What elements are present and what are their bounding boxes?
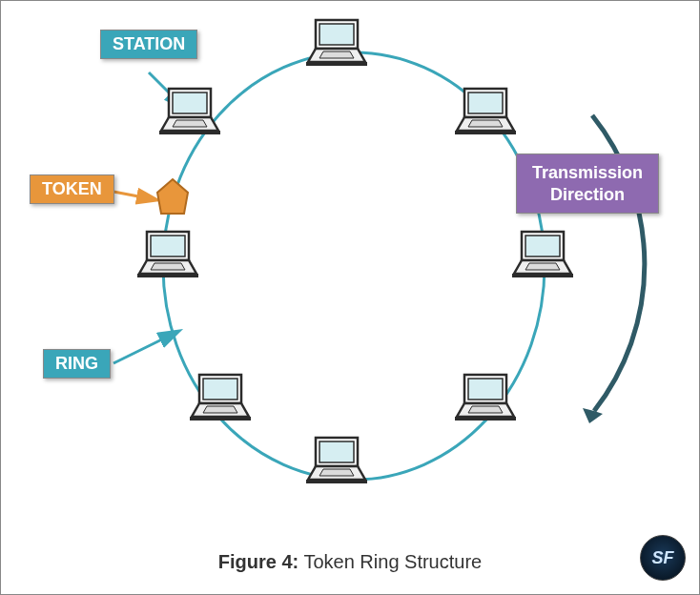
station-icon [137,232,198,277]
sf-logo-text: SF [651,548,673,568]
transmission-label: Transmission Direction [516,154,659,214]
station-icon [455,375,516,421]
token-shape [157,179,188,214]
station-icon [512,232,573,277]
figure-caption: Figure 4: Token Ring Structure [1,551,699,573]
transmission-label-line1: Transmission [530,162,645,184]
figure-caption-text: Token Ring Structure [299,551,482,572]
token-label: TOKEN [30,174,114,204]
ring-pointer [113,333,175,363]
sf-logo: SF [640,535,686,581]
station-icon [455,89,516,134]
ring-label: RING [43,349,111,379]
station-label: STATION [100,30,197,59]
diagram-frame: STATION TOKEN RING Transmission Directio… [0,0,700,595]
transmission-label-line2: Direction [530,184,645,206]
station-icon [306,438,367,483]
station-icon [190,375,251,421]
station-icon [159,89,220,134]
token-pointer [113,192,154,199]
stations-group [137,20,573,483]
station-icon [306,20,367,66]
transmission-arrowhead [583,408,603,423]
diagram-svg [1,1,700,595]
figure-caption-prefix: Figure 4: [218,551,299,572]
